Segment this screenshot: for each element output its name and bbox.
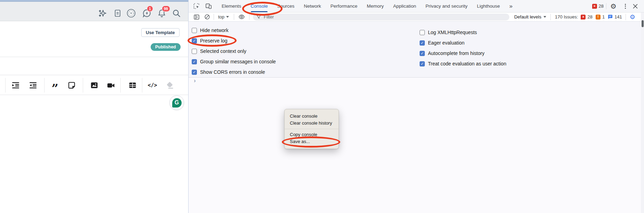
sparkles-icon[interactable] bbox=[98, 9, 107, 18]
toolbar-divider bbox=[120, 78, 121, 93]
menu-divider bbox=[285, 129, 339, 129]
tab-lighthouse[interactable]: Lighthouse bbox=[477, 0, 500, 12]
eraser-icon[interactable] bbox=[166, 81, 175, 90]
tab-privacy-security[interactable]: Privacy and security bbox=[426, 0, 468, 12]
scrollbar-thumb[interactable] bbox=[642, 20, 644, 27]
log-levels-dropdown[interactable]: Default levels bbox=[514, 14, 546, 19]
checkbox[interactable]: ✓ bbox=[420, 40, 425, 46]
setting-group-similar[interactable]: ✓ Group similar messages in console bbox=[192, 56, 276, 67]
filter-funnel-icon bbox=[256, 15, 261, 19]
search-icon[interactable] bbox=[172, 9, 181, 18]
blockquote-icon[interactable]: ” bbox=[51, 82, 58, 89]
toolbar-divider bbox=[214, 14, 214, 20]
setting-treat-eval-user-action[interactable]: ✓ Treat code evaluation as user action bbox=[420, 58, 506, 69]
menu-item-clear-console[interactable]: Clear console bbox=[285, 113, 339, 120]
checkbox[interactable]: ✓ bbox=[420, 61, 425, 66]
error-icon: × bbox=[581, 15, 586, 19]
grammarly-g-icon: G bbox=[172, 98, 182, 108]
setting-selected-context-only[interactable]: Selected context only bbox=[192, 46, 276, 56]
toolbar-divider bbox=[626, 14, 626, 20]
table-icon[interactable] bbox=[128, 81, 137, 90]
checkbox[interactable] bbox=[420, 30, 425, 35]
console-settings-pane: Hide network ✓ Preserve log Selected con… bbox=[189, 22, 644, 78]
toolbar-divider bbox=[550, 14, 551, 20]
code-block-icon[interactable]: </> bbox=[148, 83, 157, 88]
setting-show-cors-errors[interactable]: ✓ Show CORS errors in console bbox=[192, 67, 276, 77]
error-icon: × bbox=[592, 4, 597, 9]
page-content-pane: 1 99 Use Template Published bbox=[0, 0, 188, 213]
document-icon[interactable] bbox=[113, 9, 122, 17]
issues-error-count: 28 bbox=[587, 14, 592, 19]
console-scrollbar[interactable] bbox=[641, 13, 644, 213]
checkbox[interactable]: ✓ bbox=[192, 70, 197, 75]
published-status-badge: Published bbox=[151, 43, 181, 51]
toolbar-divider bbox=[606, 3, 606, 9]
tabbar-error-counter[interactable]: × 28 bbox=[592, 3, 604, 9]
issues-warning-count: 1 bbox=[602, 14, 605, 19]
more-options-icon[interactable] bbox=[624, 3, 627, 9]
indent-increase-icon[interactable] bbox=[11, 81, 20, 90]
video-icon[interactable] bbox=[106, 81, 116, 90]
site-header-toolbar: 1 99 bbox=[0, 2, 188, 21]
devtools-tabbar: Elements Console Sources Network Perform… bbox=[189, 0, 644, 13]
menu-item-save-as[interactable]: Save as... bbox=[285, 138, 339, 145]
tab-sources[interactable]: Sources bbox=[277, 0, 295, 12]
console-prompt-chevron[interactable]: › bbox=[194, 77, 196, 84]
tab-performance[interactable]: Performance bbox=[331, 0, 357, 12]
activity-chat-icon[interactable]: 1 bbox=[142, 9, 151, 18]
filter-input[interactable] bbox=[264, 14, 504, 19]
use-template-button[interactable]: Use Template bbox=[141, 28, 180, 37]
setting-eager-evaluation[interactable]: ✓ Eager evaluation bbox=[420, 38, 506, 48]
close-devtools-icon[interactable] bbox=[633, 3, 638, 9]
toolbar-divider bbox=[249, 14, 249, 20]
devtools-settings-gear-icon[interactable]: ⚙ bbox=[610, 3, 617, 10]
tab-application[interactable]: Application bbox=[393, 0, 416, 12]
grammarly-badge[interactable]: G bbox=[169, 95, 184, 110]
checkbox[interactable]: ✓ bbox=[420, 51, 425, 56]
toolbar-divider bbox=[44, 78, 45, 93]
notification-count-badge: 99 bbox=[162, 6, 170, 12]
clear-console-icon[interactable] bbox=[204, 14, 210, 20]
device-toolbar-icon[interactable] bbox=[205, 3, 212, 9]
toolbar-divider bbox=[5, 78, 6, 93]
menu-item-copy-console[interactable]: Copy console bbox=[285, 131, 339, 138]
tab-memory[interactable]: Memory bbox=[367, 0, 384, 12]
inspect-element-icon[interactable] bbox=[193, 3, 200, 9]
setting-hide-network[interactable]: Hide network bbox=[192, 25, 276, 36]
checkbox[interactable] bbox=[192, 28, 197, 33]
sticky-note-icon[interactable] bbox=[67, 81, 76, 90]
tab-elements[interactable]: Elements bbox=[222, 0, 241, 12]
setting-autocomplete-history[interactable]: ✓ Autocomplete from history bbox=[420, 48, 506, 58]
checkbox[interactable]: ✓ bbox=[192, 59, 197, 64]
setting-preserve-log[interactable]: ✓ Preserve log bbox=[192, 36, 276, 46]
console-filter-field[interactable] bbox=[253, 14, 509, 21]
tab-console[interactable]: Console bbox=[251, 0, 268, 12]
devtools-panel: Elements Console Sources Network Perform… bbox=[188, 0, 644, 213]
seal-logo-icon[interactable] bbox=[127, 9, 136, 18]
live-expression-eye-icon[interactable] bbox=[238, 14, 245, 20]
issues-label: 170 Issues: bbox=[555, 14, 578, 19]
indent-decrease-icon[interactable] bbox=[29, 81, 38, 90]
console-settings-gear-icon[interactable]: ⚙ bbox=[630, 14, 635, 20]
checkbox[interactable] bbox=[192, 49, 197, 54]
notification-count-badge: 1 bbox=[147, 6, 153, 12]
toolbar-divider bbox=[83, 78, 83, 93]
tabbar-error-count: 28 bbox=[599, 3, 604, 9]
menu-item-clear-console-history[interactable]: Clear console history bbox=[285, 120, 339, 127]
image-icon[interactable] bbox=[90, 81, 99, 90]
more-tabs-icon[interactable]: » bbox=[509, 0, 512, 12]
console-toolbar: top Default levels 170 Issues: × 28 ! 1 bbox=[189, 13, 644, 22]
levels-value: Default levels bbox=[514, 14, 541, 19]
console-context-menu: Clear console Clear console history Copy… bbox=[284, 109, 339, 149]
message-bubble-icon bbox=[608, 15, 613, 19]
javascript-context-dropdown[interactable]: top bbox=[218, 14, 229, 19]
checkbox[interactable]: ✓ bbox=[192, 38, 197, 44]
setting-log-xhr[interactable]: Log XMLHttpRequests bbox=[420, 27, 506, 38]
context-value: top bbox=[218, 14, 224, 19]
editor-toolbar: ” </> bbox=[0, 75, 188, 95]
tab-network[interactable]: Network bbox=[304, 0, 321, 12]
console-sidebar-icon[interactable] bbox=[193, 14, 200, 20]
issues-message-count: 141 bbox=[614, 14, 622, 19]
bell-icon[interactable]: 99 bbox=[157, 9, 166, 18]
issues-counter[interactable]: 170 Issues: × 28 ! 1 141 bbox=[555, 14, 622, 19]
